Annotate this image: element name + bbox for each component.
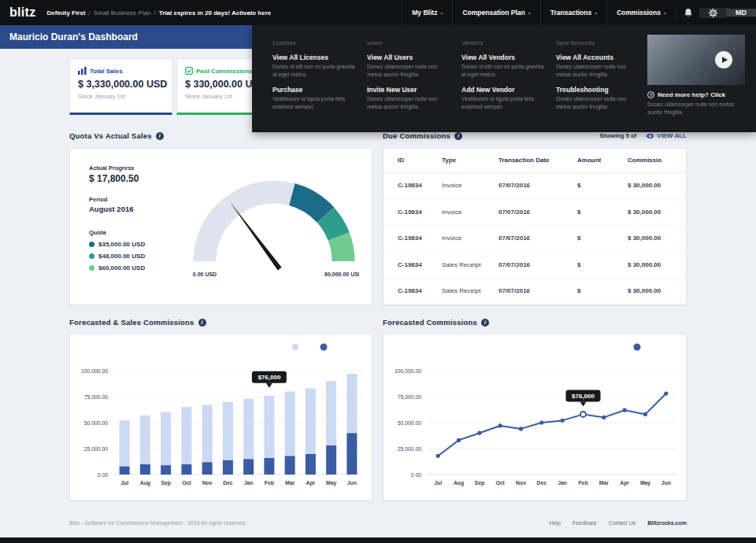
cell-type: Invoice [439,225,495,252]
menu-item-troubleshooting[interactable]: TroubleshootingDonec ullamcorper nulla n… [556,86,641,111]
menu-item-view-all-licenses[interactable]: View All LicensesDonec id elit non mi po… [272,54,358,79]
cell-date: 07/07/2016 [495,252,574,279]
nav-item-commissions[interactable]: Commissions▾ [606,0,676,25]
svg-text:Nov: Nov [516,480,526,486]
footer-link-contact-us[interactable]: Contact Us [609,520,636,526]
menu-item-desc: Vestibulum id ligula porta felis euismod… [461,95,547,111]
chevron-down-icon: ▾ [595,10,597,16]
chevron-down-icon: ▾ [440,10,443,16]
svg-text:Mar: Mar [285,480,295,486]
nav-item-transactions[interactable]: Transactions▾ [540,0,606,25]
line-chart-svg[interactable]: 0.0025,000.0050,000.0075,000.00100,000.0… [384,334,686,500]
cell-id[interactable]: C-19834 [384,252,439,279]
section-title-bar-chart: Forecasted & Sales Commissions i [69,318,206,327]
cell-id[interactable]: C-19834 [384,199,439,226]
svg-text:Nov: Nov [202,480,213,486]
menu-column-licenses: LicensesView All LicensesDonec id elit n… [272,39,367,119]
menu-item-view-all-vendors[interactable]: View All VendorsDonec id elit non mi por… [461,54,547,79]
cell-amount: $ [574,172,624,199]
svg-text:Oct: Oct [495,480,505,486]
settings-mega-menu: LicensesView All LicensesDonec id elit n… [252,25,756,132]
nav-item-compensation-plan[interactable]: Compensation Plan▾ [452,0,539,25]
nav-item-my-blitz[interactable]: My Blitz▾ [402,0,452,25]
period-value: August 2016 [89,205,183,213]
table-row: C-19834Invoice07/07/2016$$ 30,000.00 [384,225,687,252]
help-title-row[interactable]: ? Need more help? Click [647,91,745,98]
question-icon: ? [647,91,654,98]
menu-column-heading: Sync Accounts [556,39,641,46]
menu-item-desc: Donec ullamcorper nulla non metus auctor… [556,95,641,111]
menu-item-title: Invite New User [367,86,452,94]
cell-id[interactable]: C-19834 [384,278,439,305]
info-icon[interactable]: i [156,132,164,140]
menu-item-invite-new-user[interactable]: Invite New UserDonec ullamcorper nulla n… [367,86,452,111]
footer-link-feedback[interactable]: Feedback [573,520,597,526]
footer-link-blitzrocks-com[interactable]: Blitzrocks.com [647,520,687,526]
play-button[interactable] [715,51,732,68]
svg-text:Jun: Jun [347,480,357,486]
menu-item-view-all-users[interactable]: View All UsersDonec ullamcorper nulla no… [367,54,452,79]
notifications-button[interactable] [676,8,699,18]
bar-chart-svg[interactable]: 0.0025,000.0050,000.0075,000.00100,000.0… [70,334,372,500]
svg-text:$76,000: $76,000 [572,393,595,400]
cell-type: Sales Receipt [439,278,495,305]
cell-commission: $ 30,000.00 [624,252,687,279]
footer-link-help[interactable]: Help [549,520,560,526]
breadcrumb-account[interactable]: Definity First [47,9,86,17]
info-icon[interactable]: i [198,319,206,327]
section-title-text: Due Commissions [383,131,450,140]
view-all-link[interactable]: VIEW ALL [646,132,687,139]
bell-icon [684,8,693,18]
section-title-line-chart: Forecasted Commissions i [383,318,489,327]
nav-item-label: Commissions [617,9,661,17]
menu-item-view-all-accounts[interactable]: View All AccountsDonec ullamcorper nulla… [556,54,641,79]
breadcrumb-plan[interactable]: Small Business Plan [94,9,151,17]
svg-text:0.00: 0.00 [98,472,108,478]
cell-commission: $ 30,000.00 [624,199,687,226]
period-label: Period [89,196,183,203]
help-video-thumbnail[interactable] [647,35,745,85]
showing-count: Showing 5 of [599,132,636,139]
cell-date: 07/07/2016 [495,172,574,199]
menu-column-users: UsersView All UsersDonec ullamcorper nul… [367,39,461,119]
stat-card[interactable]: Total Sales $ 3,330,000.00 USD Since Jan… [69,58,172,115]
svg-text:25,000.00: 25,000.00 [398,446,421,452]
svg-text:Feb: Feb [578,480,587,486]
svg-text:50,000.00: 50,000.00 [398,420,421,426]
info-icon[interactable]: i [454,132,462,140]
help-desc: Donec ullamcorper nulla non metus auctor… [647,101,745,116]
user-avatar[interactable]: MD [726,9,756,17]
svg-text:Sep: Sep [475,480,484,486]
menu-item-desc: Vestibulum id ligula porta felis euismod… [272,95,358,111]
section-title-quota: Quota Vs Actual Sales i [69,131,164,140]
cell-date: 07/07/2016 [495,278,574,305]
svg-text:Feb: Feb [265,480,274,486]
menu-item-purchase[interactable]: PurchaseVestibulum id ligula porta felis… [272,86,358,111]
section-title-text: Quota Vs Actual Sales [69,131,152,140]
stat-cards-row: Total Sales $ 3,330,000.00 USD Since Jan… [69,58,280,115]
actual-progress-value: $ 17,800.50 [89,173,183,184]
legend-dot [89,242,94,247]
svg-text:Apr: Apr [620,480,629,486]
column-header-transaction-date: Transaction Date [495,149,574,172]
quota-gauge-panel: Actual Progress $ 17,800.50 Period Augus… [69,148,372,305]
menu-item-desc: Donec id elit non mi porta gravida at eg… [272,63,358,79]
info-icon[interactable]: i [481,319,489,327]
menu-item-title: View All Vendors [461,54,547,61]
settings-button[interactable] [699,8,726,18]
svg-text:75,000.00: 75,000.00 [398,394,421,400]
menu-item-desc: Donec ullamcorper nulla non metus auctor… [367,63,452,79]
cell-amount: $ [574,199,624,226]
trial-activate-link[interactable]: Trial expires in 20 days! Activate here [159,9,271,17]
app-logo[interactable]: blitz [0,6,47,20]
svg-text:75,000.00: 75,000.00 [84,394,108,400]
cell-id[interactable]: C-19834 [384,225,439,252]
svg-text:Jul: Jul [434,480,442,486]
cell-id[interactable]: C-19834 [384,172,439,199]
breadcrumb-separator: / [88,9,90,17]
footer: Blitz - Software for Commissions Managem… [69,520,687,526]
menu-item-add-new-vendor[interactable]: Add New VendorVestibulum id ligula porta… [461,86,547,111]
gauge-info: Actual Progress $ 17,800.50 Period Augus… [89,164,183,272]
svg-text:Jun: Jun [662,480,671,486]
svg-text:Mar: Mar [599,480,609,486]
